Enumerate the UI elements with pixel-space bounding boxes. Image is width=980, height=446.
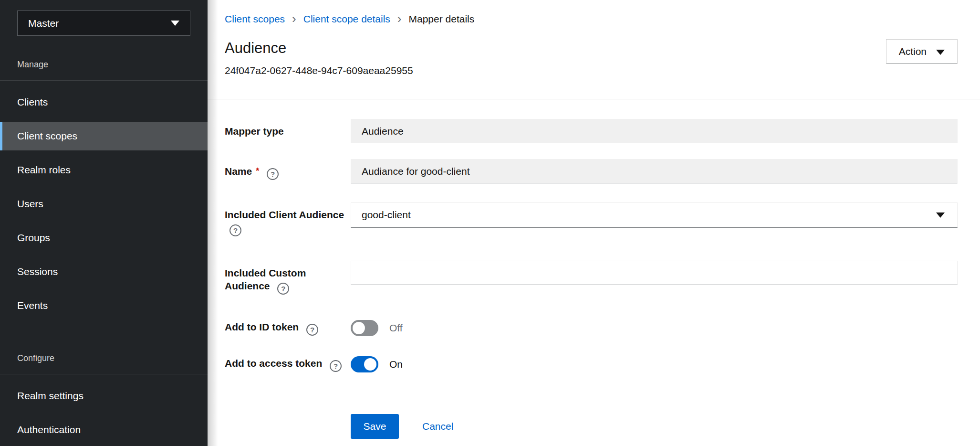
nav-section-title-manage: Manage bbox=[0, 48, 208, 81]
selected-option: good-client bbox=[362, 209, 411, 221]
sidebar-item-authentication[interactable]: Authentication bbox=[0, 415, 208, 444]
cancel-button[interactable]: Cancel bbox=[422, 421, 453, 432]
title-block: Audience 24f047a2-0627-448e-94c7-609aeaa… bbox=[225, 39, 413, 77]
nav-section-configure: Configure Realm settings Authentication bbox=[0, 342, 208, 444]
add-to-access-token-state: On bbox=[389, 359, 403, 370]
caret-down-icon bbox=[936, 50, 945, 55]
sidebar-item-clients[interactable]: Clients bbox=[0, 88, 208, 117]
help-icon[interactable]: ? bbox=[229, 224, 241, 236]
add-to-access-token-label: Add to access token ? bbox=[225, 357, 351, 372]
help-icon[interactable]: ? bbox=[277, 283, 289, 295]
main-content: Client scopes › Client scope details › M… bbox=[208, 0, 980, 446]
realm-selector-label: Master bbox=[28, 18, 59, 29]
page-title: Audience bbox=[225, 39, 413, 57]
breadcrumb-link-client-scopes[interactable]: Client scopes bbox=[225, 12, 285, 25]
nav-section-manage: Manage Clients Client scopes Realm roles… bbox=[0, 48, 208, 320]
form-row-add-to-access-token: Add to access token ? On bbox=[225, 356, 958, 372]
mapper-form: Mapper type Name* ? Included Client Audi… bbox=[208, 99, 980, 439]
help-icon[interactable]: ? bbox=[306, 324, 318, 336]
sidebar-item-label: Events bbox=[17, 300, 48, 311]
sidebar-item-groups[interactable]: Groups bbox=[0, 223, 208, 252]
name-label: Name* ? bbox=[225, 159, 351, 180]
title-row: Audience 24f047a2-0627-448e-94c7-609aeaa… bbox=[225, 39, 958, 77]
breadcrumb-separator-icon: › bbox=[397, 12, 402, 25]
sidebar-item-label: Realm roles bbox=[17, 164, 71, 176]
sidebar-item-label: Users bbox=[17, 198, 43, 210]
nav-section-title-configure: Configure bbox=[0, 342, 208, 374]
add-to-id-token-field: Off bbox=[351, 320, 958, 336]
switch-knob bbox=[364, 358, 376, 371]
sidebar-item-realm-roles[interactable]: Realm roles bbox=[0, 156, 208, 184]
breadcrumb-separator-icon: › bbox=[292, 12, 296, 25]
form-row-included-client-audience: Included Client Audience ? good-client bbox=[225, 202, 958, 236]
action-menu-label: Action bbox=[899, 46, 927, 57]
included-custom-audience-input[interactable] bbox=[351, 261, 958, 285]
action-menu-button[interactable]: Action bbox=[886, 39, 958, 64]
nav-list-manage: Clients Client scopes Realm roles Users … bbox=[0, 88, 208, 320]
sidebar-item-events[interactable]: Events bbox=[0, 291, 208, 320]
page-header: Client scopes › Client scope details › M… bbox=[208, 0, 980, 99]
form-actions: Save Cancel bbox=[351, 414, 958, 439]
mapper-id: 24f047a2-0627-448e-94c7-609aeaa25955 bbox=[225, 64, 413, 77]
caret-down-icon bbox=[936, 212, 945, 218]
mapper-type-input[interactable] bbox=[351, 119, 958, 143]
sidebar-item-client-scopes[interactable]: Client scopes bbox=[0, 122, 208, 150]
help-icon[interactable]: ? bbox=[267, 168, 279, 180]
name-input[interactable] bbox=[351, 159, 958, 183]
sidebar-item-label: Sessions bbox=[17, 266, 58, 277]
form-row-add-to-id-token: Add to ID token ? Off bbox=[225, 320, 958, 336]
switch-knob bbox=[353, 322, 365, 334]
breadcrumb-link-client-scope-details[interactable]: Client scope details bbox=[303, 12, 390, 25]
required-asterisk: * bbox=[256, 166, 259, 176]
save-button[interactable]: Save bbox=[351, 414, 399, 439]
help-icon[interactable]: ? bbox=[330, 360, 342, 372]
sidebar-nav: Manage Clients Client scopes Realm roles… bbox=[0, 48, 208, 444]
sidebar-item-label: Groups bbox=[17, 232, 50, 244]
sidebar-item-realm-settings[interactable]: Realm settings bbox=[0, 382, 208, 410]
form-row-mapper-type: Mapper type bbox=[225, 119, 958, 143]
app-window: Master Manage Clients Client scopes Real… bbox=[0, 0, 980, 446]
sidebar-item-sessions[interactable]: Sessions bbox=[0, 257, 208, 286]
included-client-audience-label: Included Client Audience ? bbox=[225, 202, 351, 236]
sidebar-item-users[interactable]: Users bbox=[0, 190, 208, 218]
add-to-id-token-state: Off bbox=[389, 322, 403, 334]
breadcrumb-current: Mapper details bbox=[409, 12, 475, 25]
included-custom-audience-label: Included Custom Audience ? bbox=[225, 261, 351, 295]
sidebar-item-label: Authentication bbox=[17, 424, 81, 435]
add-to-access-token-field: On bbox=[351, 356, 958, 372]
breadcrumb: Client scopes › Client scope details › M… bbox=[225, 12, 958, 25]
caret-down-icon bbox=[171, 21, 179, 26]
add-to-id-token-switch[interactable] bbox=[351, 320, 378, 336]
sidebar-item-label: Clients bbox=[17, 96, 48, 108]
form-row-included-custom-audience: Included Custom Audience ? bbox=[225, 261, 958, 295]
nav-list-configure: Realm settings Authentication bbox=[0, 382, 208, 444]
add-to-id-token-label: Add to ID token ? bbox=[225, 320, 351, 336]
sidebar-item-label: Realm settings bbox=[17, 390, 83, 402]
form-row-name: Name* ? bbox=[225, 159, 958, 183]
sidebar: Master Manage Clients Client scopes Real… bbox=[0, 0, 208, 446]
add-to-access-token-switch[interactable] bbox=[351, 356, 378, 372]
sidebar-header: Master bbox=[0, 0, 208, 48]
mapper-type-label: Mapper type bbox=[225, 119, 351, 138]
sidebar-item-label: Client scopes bbox=[17, 130, 77, 142]
included-client-audience-select[interactable]: good-client bbox=[351, 202, 958, 228]
realm-selector-dropdown[interactable]: Master bbox=[17, 11, 190, 36]
